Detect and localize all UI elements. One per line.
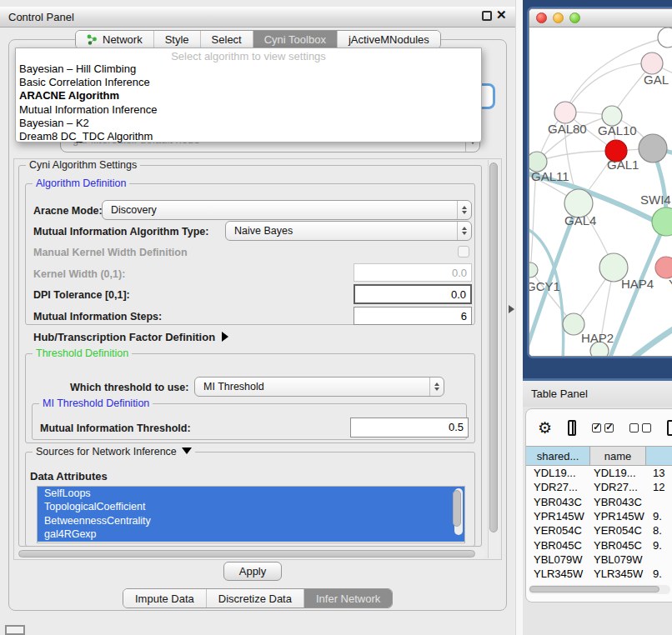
node-swi4[interactable] [652, 208, 672, 236]
tab-jactivemnodules[interactable]: jActiveMNodules [338, 31, 440, 48]
node-label: GAL80 [548, 122, 587, 136]
tab-discretize-data[interactable]: Discretize Data [207, 589, 304, 608]
settings-vertical-scrollbar-thumb[interactable] [489, 162, 498, 532]
new-table-icon[interactable] [667, 420, 672, 436]
node-label: GAL1 [607, 158, 639, 172]
table-header-row: shared... name [526, 446, 672, 466]
panel-divider[interactable] [515, 0, 523, 635]
node-y-partial[interactable] [655, 257, 672, 278]
table-row[interactable]: YBL079WYBL079W [526, 552, 672, 567]
table-row[interactable]: YPR145WYPR145W9. [526, 509, 672, 523]
network-view-window[interactable]: GAL GAL80 GAL10 GAL1 GAL11 SWI4 GAL4 GCY… [529, 8, 672, 357]
split-columns-icon[interactable] [568, 420, 576, 436]
manual-kernel-label: Manual Kernel Width Definition [33, 247, 188, 258]
table-row[interactable]: YLR345WYLR345W9. [526, 567, 672, 581]
mi-type-combo[interactable]: Naive Bayes [225, 221, 472, 241]
cyni-bottom-tabs: Impute Data Discretize Data Infer Networ… [123, 588, 393, 608]
algorithm-definition-title: Algorithm Definition [33, 178, 129, 189]
algo-item-dream8[interactable]: Dream8 DC_TDC Algorithm [16, 130, 481, 143]
node-label: GAL4 [564, 213, 596, 228]
table-row[interactable]: YDL19...YDL19...13 [526, 466, 672, 480]
table-row[interactable]: YBR043CYBR043C [526, 495, 672, 509]
mi-threshold-field[interactable]: 0.5 [350, 418, 469, 438]
settings-horizontal-scrollbar-thumb[interactable] [18, 550, 475, 558]
combo-stepper-icon [457, 222, 471, 240]
control-panel-tabs: Network Style Select Cyni Toolbox jActiv… [75, 30, 441, 49]
column-header-partial[interactable] [646, 447, 672, 465]
tab-style[interactable]: Style [154, 31, 201, 48]
combo-stepper-icon [429, 378, 444, 396]
apply-button[interactable]: Apply [223, 562, 282, 581]
aracne-mode-combo[interactable]: Discovery [102, 200, 472, 220]
zoom-traffic-icon[interactable] [569, 12, 580, 23]
minimize-traffic-icon[interactable] [553, 12, 564, 23]
table-panel-title: Table Panel [523, 388, 588, 400]
tab-impute-data[interactable]: Impute Data [123, 589, 207, 608]
node-gal-top[interactable] [641, 52, 663, 74]
node-gray[interactable] [639, 134, 667, 162]
cyni-algorithm-settings-title: Cyni Algorithm Settings [26, 159, 140, 171]
tab-cyni-toolbox[interactable]: Cyni Toolbox [253, 31, 338, 48]
column-header-shared[interactable]: shared... [526, 447, 590, 465]
node-label: HAP2 [581, 331, 614, 345]
node-label: Y [669, 277, 672, 291]
attributes-list-scrollbar[interactable] [454, 488, 463, 535]
manual-kernel-checkbox[interactable] [458, 246, 469, 258]
data-attributes-label: Data Attributes [30, 470, 108, 482]
list-item-betweennesscentrality[interactable]: BetweennessCentrality [38, 514, 464, 528]
collapse-down-icon [182, 448, 192, 454]
aracne-mode-label: Aracne Mode: [33, 205, 103, 217]
mi-steps-field[interactable]: 6 [354, 307, 472, 325]
node-label: GAL11 [531, 169, 569, 183]
node-label: SWI4 [640, 192, 671, 207]
node-gcy1[interactable] [529, 262, 538, 278]
list-item-selfloops[interactable]: SelfLoops [38, 487, 464, 500]
control-panel-title: Control Panel [0, 11, 74, 23]
kernel-width-label: Kernel Width (0,1): [33, 268, 125, 280]
control-panel: Control Panel ✕ Network Style Select Cyn… [0, 0, 515, 635]
network-graph[interactable]: GAL GAL80 GAL10 GAL1 GAL11 SWI4 GAL4 GCY… [529, 28, 672, 357]
dpi-tolerance-label: DPI Tolerance [0,1]: [33, 289, 130, 301]
node-gal80[interactable] [554, 102, 576, 123]
node-unlabeled[interactable] [658, 28, 672, 48]
table-horizontal-scrollbar-thumb[interactable] [529, 586, 659, 592]
algo-item-aracne[interactable]: ARACNE Algorithm [16, 89, 481, 102]
dropdown-placeholder: Select algorithm to view settings [16, 50, 481, 62]
sources-title[interactable]: Sources for Network Inference [33, 446, 195, 458]
select-all-checkboxes-icon[interactable] [592, 423, 614, 432]
close-icon[interactable]: ✕ [496, 8, 507, 22]
column-header-name[interactable]: name [590, 447, 646, 465]
hub-definition-expander[interactable]: Hub/Transcription Factor Definition [33, 331, 228, 343]
algo-item-bayesian-hill[interactable]: Bayesian – Hill Climbing [16, 62, 481, 76]
tab-network[interactable]: Network [76, 31, 154, 48]
float-window-icon[interactable] [482, 11, 492, 21]
gear-icon[interactable]: ⚙ [538, 420, 552, 436]
node-label: GCY1 [529, 279, 560, 293]
algo-item-mutual-information[interactable]: Mutual Information Inference [16, 103, 481, 117]
which-threshold-label: Which threshold to use: [70, 382, 188, 393]
algo-item-basic-correlation[interactable]: Basic Correlation Inference [16, 76, 481, 89]
tab-infer-network[interactable]: Infer Network [304, 589, 392, 608]
table-row[interactable]: YER054CYER054C8. [526, 523, 672, 538]
network-window-titlebar[interactable] [529, 9, 672, 28]
data-attributes-list: SelfLoops TopologicalCoefficient Between… [37, 486, 465, 543]
table-panel-card: ⚙ shared... name YDL19...YDL19...13 YDR2… [525, 408, 672, 602]
threshold-definition-title: Threshold Definition [33, 348, 132, 359]
list-item-topologicalcoefficient[interactable]: TopologicalCoefficient [38, 500, 464, 513]
table-row[interactable]: YBR045CYBR045C9. [526, 538, 672, 552]
table-horizontal-scrollbar[interactable] [529, 585, 670, 594]
minimized-panel-icon[interactable] [5, 625, 25, 635]
algo-item-bayesian-k2[interactable]: Bayesian – K2 [16, 117, 481, 130]
kernel-width-field[interactable]: 0.0 [354, 263, 472, 282]
close-traffic-icon[interactable] [536, 12, 547, 23]
clear-all-checkboxes-icon[interactable] [629, 423, 651, 432]
splitpane-expand-icon[interactable] [509, 305, 514, 313]
combo-stepper-icon [457, 201, 471, 219]
table-toolbar: ⚙ [526, 409, 672, 446]
which-threshold-combo[interactable]: MI Threshold [194, 377, 444, 397]
attributes-list-scrollbar-thumb[interactable] [453, 490, 461, 527]
dpi-tolerance-field[interactable]: 0.0 [354, 284, 472, 304]
table-row[interactable]: YDR27...YDR27...12 [526, 480, 672, 494]
list-item-gal4rgexp[interactable]: gal4RGexp [38, 528, 464, 541]
tab-select[interactable]: Select [201, 31, 253, 48]
